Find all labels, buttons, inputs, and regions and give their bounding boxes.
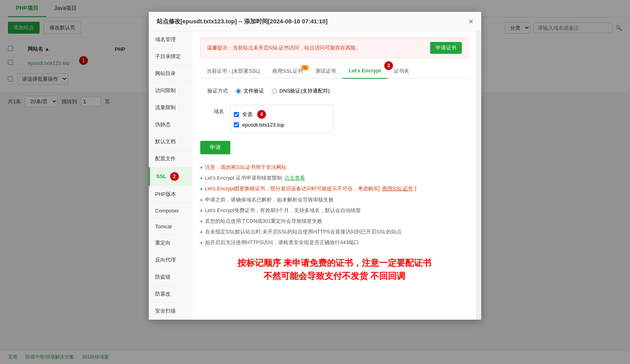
note-3-link[interactable]: 商用SSL证书 xyxy=(382,185,413,192)
sidebar-item-subdir[interactable]: 子目录绑定 xyxy=(149,48,192,65)
domain-select-all-checkbox[interactable] xyxy=(234,112,239,117)
annotation-line1: 按标记顺序 来申请免费的证书，注意一定要配证书 xyxy=(200,256,469,269)
radio-file-label: 文件验证 xyxy=(243,87,264,95)
note-2-link[interactable]: 点击查看 xyxy=(285,174,305,182)
scroll-indicator[interactable] xyxy=(476,31,481,320)
annotation-line2: 不然可能会导致支付不发货 不回回调 xyxy=(200,269,469,282)
radio-file-verify[interactable]: 文件验证 xyxy=(236,87,264,95)
radio-dns-label: DNS验证(支持通配符) xyxy=(279,87,330,95)
note-3: Let's Encrypt因更换根证书，部分老旧设备访问时可能提示不可信，考虑购… xyxy=(200,184,469,194)
domain-section: 域名 全选 4 epusdt.txtx123.top xyxy=(200,105,469,133)
sidebar-item-access[interactable]: 访问限制 xyxy=(149,82,192,99)
radio-dns-verify[interactable]: DNS验证(支持通配符) xyxy=(272,87,330,95)
commercial-badge: 🔖 xyxy=(302,65,308,70)
sidebar-item-redirect[interactable]: 重定向 xyxy=(149,235,192,252)
apply-button-container: 申请 xyxy=(200,141,469,162)
cert-tabs: 当前证书 - [未部署SSL] 商用SSL证书 🔖 测试证书 Let's Enc… xyxy=(200,64,469,79)
modal-body: 域名管理 子目录绑定 网站目录 访问限制 流量限制 伪静态 默认文档 配置文件 … xyxy=(149,31,481,320)
domain-select-all-label: 全选 xyxy=(242,111,252,118)
sidebar-item-scan[interactable]: 安全扫描 xyxy=(149,303,192,320)
sidebar-item-tamper[interactable]: 防篡改 xyxy=(149,286,192,303)
domain-select-all-item: 全选 4 xyxy=(234,108,330,120)
radio-file-input[interactable] xyxy=(236,89,241,94)
domain-section-label: 域名 xyxy=(200,105,224,115)
annotation-text: 按标记顺序 来申请免费的证书，注意一定要配证书 不然可能会导致支付不发货 不回回… xyxy=(200,256,469,282)
note-8: 如开启后无法使用HTTPS访问，请检查安全组是否正确放行443端口 xyxy=(200,237,469,248)
sidebar-item-domain[interactable]: 域名管理 xyxy=(149,31,192,48)
sidebar-item-tomcat[interactable]: Tomcat xyxy=(149,219,192,235)
note-5: Let's Encrypt免费证书，有效期3个月，支持多域名，默认会自动续签 xyxy=(200,205,469,216)
note-6: 若您的站点使用了CDN或301重定向会导致续签失败 xyxy=(200,216,469,227)
note-4: 申请之前，请确保域名已解析，如未解析会导致审核失败 xyxy=(200,195,469,205)
note-7-text: 在未指定SSL默认站点时,未开启SSL的站点使用HTTPS会直接访问到已开启SS… xyxy=(205,228,402,235)
cert-tab-vault[interactable]: 证书夹 xyxy=(387,64,416,79)
sidebar-item-directory[interactable]: 网站目录 xyxy=(149,65,192,82)
modal-close-button[interactable]: × xyxy=(469,17,473,25)
verification-group: 验证方式 文件验证 DNS验证(支持通配符) xyxy=(200,85,469,97)
cert-tab-letsencrypt[interactable]: Let's Encrypt 3 xyxy=(342,64,387,79)
note-2-text: Let's Encrypt 证书申请和续签限制 xyxy=(205,174,282,182)
warning-banner: 温馨提示：当前站点未开启SSL证书访问，站点访问可能存在风险。 申请证书 xyxy=(200,38,469,58)
apply-cert-button[interactable]: 申请证书 xyxy=(430,42,462,54)
sidebar-item-config[interactable]: 配置文件 xyxy=(149,150,192,167)
notes-list: 注意：请勿将SSL证书用于非法网站 Let's Encrypt 证书申请和续签限… xyxy=(200,162,469,248)
domain-list: 全选 4 epusdt.txtx123.top xyxy=(230,105,333,133)
radio-dns-input[interactable] xyxy=(272,89,277,94)
apply-button[interactable]: 申请 xyxy=(200,141,230,154)
sidebar-item-traffic[interactable]: 流量限制 xyxy=(149,99,192,116)
note-6-text: 若您的站点使用了CDN或301重定向会导致续签失败 xyxy=(205,218,323,225)
warning-text: 温馨提示：当前站点未开启SSL证书访问，站点访问可能存在风险。 xyxy=(207,44,361,51)
modal-sidebar: 域名管理 子目录绑定 网站目录 访问限制 流量限制 伪静态 默认文档 配置文件 … xyxy=(149,31,192,320)
note-1: 注意：请勿将SSL证书用于非法网站 xyxy=(200,162,469,173)
sidebar-item-ssl[interactable]: SSL 2 xyxy=(149,167,192,186)
modal: 站点修改[epusdt.txtx123.top] -- 添加时间[2024-08… xyxy=(149,12,481,320)
note-5-text: Let's Encrypt免费证书，有效期3个月，支持多域名，默认会自动续签 xyxy=(205,207,361,214)
note-8-text: 如开启后无法使用HTTPS访问，请检查安全组是否正确放行443端口 xyxy=(205,239,359,246)
cert-tab-current[interactable]: 当前证书 - [未部署SSL] xyxy=(200,64,266,79)
sidebar-item-composer[interactable]: Composer xyxy=(149,203,192,219)
modal-header: 站点修改[epusdt.txtx123.top] -- 添加时间[2024-08… xyxy=(149,12,481,31)
note-3-text: Let's Encrypt因更换根证书，部分老旧设备访问时可能提示不可信，考虑购… xyxy=(205,185,380,192)
sidebar-item-reverse-proxy[interactable]: 反向代理 xyxy=(149,252,192,269)
domain-item-1-label: epusdt.txtx123.top xyxy=(242,122,284,128)
sidebar-item-hotlink[interactable]: 防盗链 xyxy=(149,269,192,286)
note-7: 在未指定SSL默认站点时,未开启SSL的站点使用HTTPS会直接访问到已开启SS… xyxy=(200,227,469,237)
sidebar-item-default-doc[interactable]: 默认文档 xyxy=(149,133,192,150)
modal-title: 站点修改[epusdt.txtx123.top] -- 添加时间[2024-08… xyxy=(157,18,328,25)
modal-main-content: 温馨提示：当前站点未开启SSL证书访问，站点访问可能存在风险。 申请证书 当前证… xyxy=(192,31,476,320)
badge-2: 2 xyxy=(170,172,179,181)
cert-tab-commercial[interactable]: 商用SSL证书 🔖 xyxy=(266,64,309,79)
note-4-text: 申请之前，请确保域名已解析，如未解析会导致审核失败 xyxy=(205,196,334,203)
note-1-text: 注意：请勿将SSL证书用于非法网站 xyxy=(205,164,287,171)
badge-4: 4 xyxy=(257,110,266,119)
sidebar-item-php-version[interactable]: PHP版本 xyxy=(149,186,192,203)
domain-item-1-checkbox[interactable] xyxy=(234,122,239,127)
sidebar-item-rewrite[interactable]: 伪静态 xyxy=(149,116,192,133)
note-2: Let's Encrypt 证书申请和续签限制 点击查看 xyxy=(200,173,469,184)
cert-tab-test[interactable]: 测试证书 xyxy=(309,64,342,79)
domain-item-1: epusdt.txtx123.top xyxy=(234,120,330,129)
verification-label: 验证方式 xyxy=(200,87,228,95)
modal-overlay: 站点修改[epusdt.txtx123.top] -- 添加时间[2024-08… xyxy=(0,0,630,364)
